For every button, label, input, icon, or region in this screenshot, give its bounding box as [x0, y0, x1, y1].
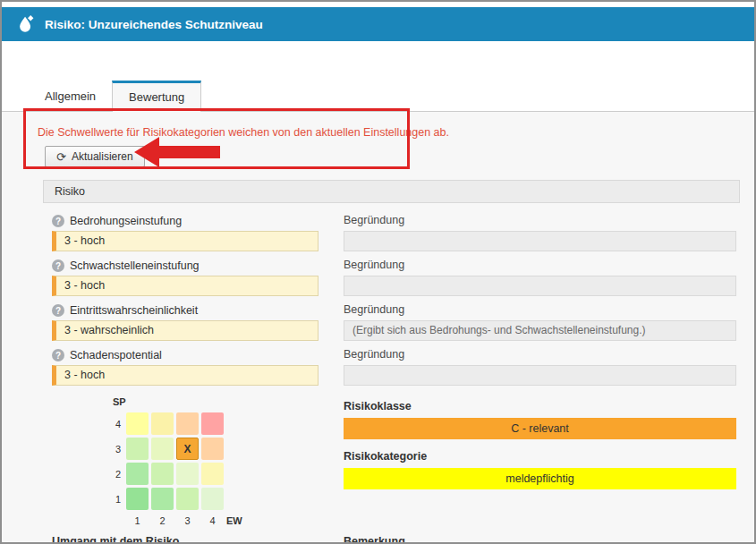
tab-bar: Allgemein Bewertung — [29, 81, 754, 111]
risk-matrix-grid: 43X211234EW — [109, 412, 319, 526]
section-body: ? Bedrohungseinstufung 3 - hoch Begründu… — [43, 203, 740, 526]
matrix-col-label: 3 — [176, 513, 199, 526]
reason-label: Begründung — [344, 214, 736, 228]
matrix-row-label: 4 — [109, 419, 123, 429]
reason-label: Begründung — [344, 259, 736, 273]
matrix-cell[interactable] — [151, 438, 174, 460]
handling-block: Umgang mit dem Risiko ▼ — [52, 535, 319, 542]
help-icon[interactable]: ? — [52, 349, 64, 361]
matrix-cell[interactable] — [201, 438, 224, 460]
matrix-cell[interactable] — [176, 412, 199, 435]
field-schadenspotential: ? Schadenspotential 3 - hoch — [52, 348, 319, 386]
matrix-cell[interactable] — [126, 463, 149, 485]
field-label: Eintrittswahrscheinlichkeit — [70, 304, 198, 317]
help-icon[interactable]: ? — [52, 215, 64, 227]
matrix-cell[interactable]: X — [176, 438, 199, 460]
matrix-row-label: 1 — [109, 494, 123, 505]
reason-input[interactable] — [344, 365, 736, 386]
handling-label: Umgang mit dem Risiko — [52, 535, 319, 542]
risiko-section: Risiko ? Bedrohungseinstufung 3 - hoch B… — [43, 180, 740, 526]
field-value-input[interactable]: 3 - wahrscheinlich — [52, 320, 319, 341]
field-bedrohungseinstufung: ? Bedrohungseinstufung 3 - hoch — [52, 214, 319, 251]
matrix-cell[interactable] — [201, 488, 224, 510]
reason-schwachstelleneinstufung: Begründung — [344, 259, 736, 296]
matrix-cell[interactable] — [176, 488, 199, 510]
matrix-cell[interactable] — [151, 463, 174, 485]
field-label-row: ? Schadenspotential — [52, 348, 319, 362]
remark-label: Bemerkung — [344, 535, 740, 542]
field-eintrittswahrscheinlichkeit: ? Eintrittswahrscheinlichkeit 3 - wahrsc… — [52, 303, 319, 341]
help-icon[interactable]: ? — [52, 259, 64, 272]
fields-grid: ? Bedrohungseinstufung 3 - hoch Begründu… — [52, 214, 736, 393]
matrix-cell[interactable] — [126, 438, 149, 460]
reason-input[interactable]: (Ergibt sich aus Bedrohungs- und Schwach… — [344, 320, 736, 341]
warning-message: Die Schwellwerte für Risikokategorien we… — [38, 126, 754, 139]
matrix-cell[interactable] — [126, 488, 149, 510]
tab-bewertung[interactable]: Bewertung — [112, 81, 201, 112]
risk-matrix: SP 43X211234EW — [52, 393, 319, 526]
risk-class-label: Risikoklasse — [344, 400, 736, 412]
refresh-button-label: Aktualisieren — [72, 150, 133, 163]
matrix-row-label: 3 — [109, 444, 123, 455]
field-value-input[interactable]: 3 - hoch — [52, 365, 319, 386]
app-logo-icon — [16, 14, 36, 34]
field-label: Schwachstelleneinstufung — [70, 259, 200, 272]
matrix-col-label: 4 — [201, 513, 224, 526]
refresh-button[interactable]: ⟳ Aktualisieren — [45, 146, 145, 167]
reason-input[interactable] — [344, 276, 736, 296]
tab-allgemein[interactable]: Allgemein — [29, 81, 112, 111]
matrix-results-row: SP 43X211234EW Risikoklasse C - relevant… — [52, 393, 736, 526]
matrix-cell[interactable] — [201, 463, 224, 485]
field-label: Bedrohungseinstufung — [70, 215, 182, 227]
content-panel: Die Schwellwerte für Risikokategorien we… — [2, 111, 754, 542]
window-title: Risiko: Unzureichendes Schutzniveau — [45, 18, 263, 31]
reason-label: Begründung — [344, 348, 736, 362]
matrix-col-label: 2 — [151, 513, 174, 526]
matrix-row-label: 2 — [109, 469, 123, 480]
footer-row: Umgang mit dem Risiko ▼ Bemerkung — [52, 535, 740, 542]
reason-label: Begründung — [344, 303, 736, 318]
field-label-row: ? Eintrittswahrscheinlichkeit — [52, 303, 319, 318]
matrix-cell[interactable] — [151, 412, 174, 435]
matrix-cell[interactable] — [126, 412, 149, 435]
matrix-cell[interactable] — [151, 488, 174, 510]
field-value-input[interactable]: 3 - hoch — [52, 231, 319, 251]
risk-class-bar: C - relevant — [344, 418, 736, 439]
remark-block: Bemerkung — [344, 535, 740, 542]
field-label-row: ? Bedrohungseinstufung — [52, 214, 319, 228]
field-label-row: ? Schwachstelleneinstufung — [52, 259, 319, 273]
title-bar: Risiko: Unzureichendes Schutzniveau — [2, 7, 754, 41]
matrix-x-axis-label: EW — [226, 513, 253, 526]
matrix-col-label: 1 — [126, 513, 149, 526]
risk-category-label: Risikokategorie — [344, 450, 736, 463]
risk-category-bar: meldepflichtig — [344, 468, 736, 489]
reason-schadenspotential: Begründung — [344, 348, 736, 386]
results-block: Risikoklasse C - relevant Risikokategori… — [344, 393, 736, 526]
section-header: Risiko — [43, 180, 740, 203]
app-window: Risiko: Unzureichendes Schutzniveau Allg… — [0, 0, 756, 544]
refresh-icon: ⟳ — [56, 151, 66, 163]
matrix-cell[interactable] — [201, 412, 224, 435]
reason-input[interactable] — [344, 231, 736, 251]
field-value-input[interactable]: 3 - hoch — [52, 276, 319, 296]
field-label: Schadenspotential — [70, 349, 162, 361]
matrix-cell[interactable] — [176, 463, 199, 485]
warning-zone: Die Schwellwerte für Risikokategorien we… — [2, 112, 754, 176]
reason-eintrittswahrscheinlichkeit: Begründung (Ergibt sich aus Bedrohungs- … — [344, 303, 736, 341]
reason-bedrohungseinstufung: Begründung — [344, 214, 736, 251]
help-icon[interactable]: ? — [52, 304, 64, 317]
matrix-y-axis-label: SP — [113, 396, 319, 407]
field-schwachstelleneinstufung: ? Schwachstelleneinstufung 3 - hoch — [52, 259, 319, 296]
